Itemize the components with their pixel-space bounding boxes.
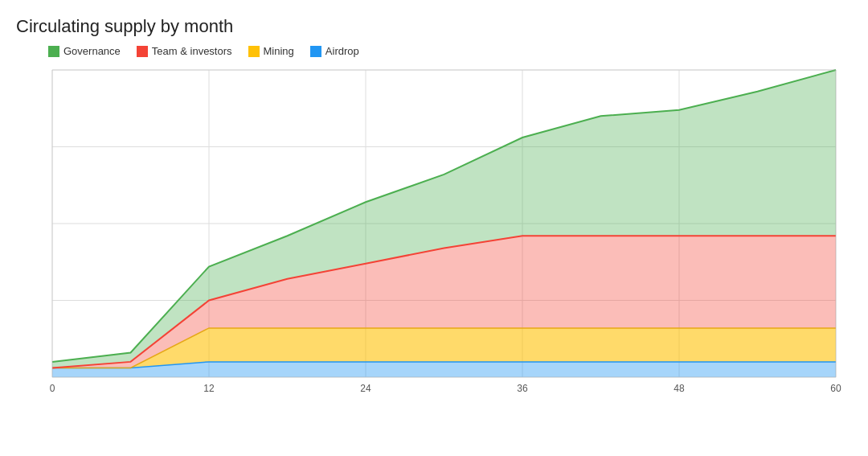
legend-label-team: Team & investors [152,45,232,57]
chart-area: 025507510001224364860 [48,64,844,401]
main-svg: 025507510001224364860 [48,64,844,401]
legend-item-team: Team & investors [137,45,232,57]
governance-swatch [48,46,59,57]
legend-item-airdrop: Airdrop [310,45,359,57]
mining-swatch [248,46,260,57]
legend: Governance Team & investors Mining Airdr… [48,45,852,57]
svg-text:24: 24 [360,383,371,394]
chart-title: Circulating supply by month [16,16,852,37]
legend-label-mining: Mining [264,45,294,57]
svg-text:12: 12 [203,383,215,394]
svg-text:48: 48 [674,383,685,394]
legend-label-governance: Governance [63,45,121,57]
svg-text:60: 60 [830,383,841,394]
legend-label-airdrop: Airdrop [326,45,359,57]
team-swatch [137,46,148,57]
svg-text:36: 36 [517,383,528,394]
airdrop-swatch [310,46,321,57]
legend-item-governance: Governance [48,45,121,57]
legend-item-mining: Mining [248,45,294,57]
svg-text:0: 0 [50,383,55,394]
chart-container: Circulating supply by month Governance T… [0,0,868,456]
